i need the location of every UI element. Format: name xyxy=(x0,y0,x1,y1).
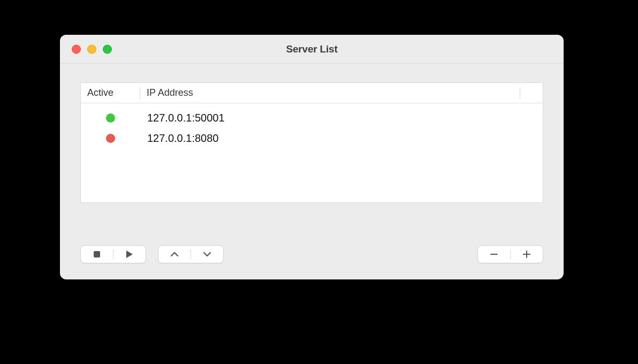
minus-icon xyxy=(490,250,498,259)
bottom-toolbar xyxy=(60,221,564,279)
stop-icon xyxy=(93,251,101,258)
status-cell xyxy=(81,134,140,143)
reorder-segment xyxy=(158,245,224,263)
status-cell xyxy=(81,113,140,123)
minimize-icon[interactable] xyxy=(87,44,96,54)
column-header-blank xyxy=(520,83,543,103)
table-body: 127.0.0.1:50001 127.0.0.1:8080 xyxy=(81,103,543,153)
column-header-ip[interactable]: IP Address xyxy=(140,83,520,103)
status-dot-inactive-icon xyxy=(106,134,115,143)
server-list-window: Server List Active IP Address xyxy=(60,35,564,279)
remove-button[interactable] xyxy=(478,246,510,263)
move-up-button[interactable] xyxy=(158,246,191,263)
stop-button[interactable] xyxy=(81,246,113,263)
playback-segment xyxy=(80,245,146,263)
chevron-down-icon xyxy=(203,251,211,257)
fullscreen-icon[interactable] xyxy=(103,44,112,54)
chevron-up-icon xyxy=(170,251,179,257)
server-table: Active IP Address 127.0.0.1:50001 xyxy=(80,82,543,203)
status-dot-active-icon xyxy=(106,113,115,123)
traffic-lights xyxy=(72,44,112,54)
column-header-label: Active xyxy=(87,87,113,98)
add-button[interactable] xyxy=(511,246,543,263)
table-header: Active IP Address xyxy=(81,83,543,103)
svg-rect-0 xyxy=(94,251,100,257)
toolbar-right-group xyxy=(477,245,543,263)
add-remove-segment xyxy=(477,245,543,263)
window-title: Server List xyxy=(60,43,564,55)
move-down-button[interactable] xyxy=(191,246,223,263)
table-row[interactable]: 127.0.0.1:8080 xyxy=(81,128,543,148)
plus-icon xyxy=(522,250,531,259)
toolbar-left-group xyxy=(80,245,224,263)
column-header-active[interactable]: Active xyxy=(81,83,140,103)
close-icon[interactable] xyxy=(72,44,81,54)
ip-cell: 127.0.0.1:8080 xyxy=(140,132,543,145)
ip-cell: 127.0.0.1:50001 xyxy=(140,112,543,124)
column-header-label: IP Address xyxy=(147,87,193,98)
content-area: Active IP Address 127.0.0.1:50001 xyxy=(60,64,564,221)
titlebar: Server List xyxy=(60,35,564,64)
play-button[interactable] xyxy=(113,246,146,263)
play-icon xyxy=(126,250,133,259)
table-row[interactable]: 127.0.0.1:50001 xyxy=(81,108,543,128)
